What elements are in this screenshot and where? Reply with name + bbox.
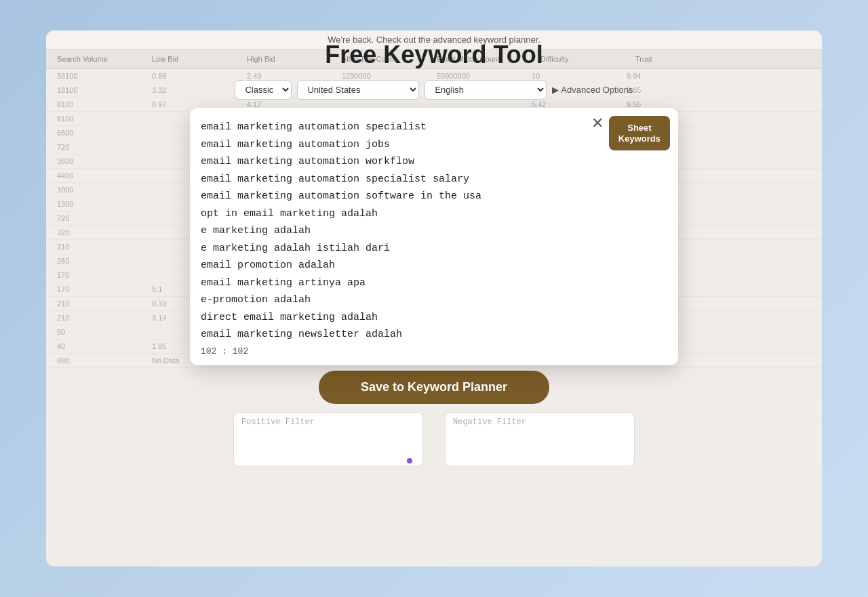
close-keyword-popup-button[interactable]: ✕ (591, 116, 604, 131)
bottom-section: Save to Keyword Planner Positive Filter … (190, 371, 678, 469)
keyword-list-container[interactable]: email marketing automation specialist em… (201, 119, 667, 344)
positive-filter-label: Positive Filter (241, 417, 315, 427)
sheet-keywords-button[interactable]: Sheet Keywords (609, 116, 670, 150)
filter-row: Positive Filter Negative Filter (190, 412, 678, 469)
page-title: Free Keyword Tool (325, 41, 542, 69)
language-select[interactable]: English (425, 80, 547, 100)
main-overlay: Free Keyword Tool Classic United States … (0, 0, 868, 597)
country-select[interactable]: United States (297, 80, 419, 100)
save-to-keyword-planner-button[interactable]: Save to Keyword Planner (319, 371, 549, 404)
sheet-keywords-line2: Keywords (618, 133, 660, 144)
keyword-count: 102 : 102 (201, 346, 667, 356)
mode-select[interactable]: Classic (235, 80, 292, 100)
toolbar-row: Classic United States English ▶ Advanced… (235, 80, 633, 100)
purple-dot-indicator (407, 458, 412, 464)
positive-filter-box: Positive Filter (233, 412, 423, 469)
advanced-options-link[interactable]: ▶ Advanced Options (552, 85, 633, 95)
keyword-list: email marketing automation specialist em… (201, 119, 662, 344)
negative-filter-label: Negative Filter (453, 417, 526, 427)
keyword-popup: ✕ Sheet Keywords email marketing automat… (190, 108, 678, 365)
negative-filter-box: Negative Filter (445, 412, 635, 469)
sheet-keywords-line1: Sheet (627, 123, 651, 133)
